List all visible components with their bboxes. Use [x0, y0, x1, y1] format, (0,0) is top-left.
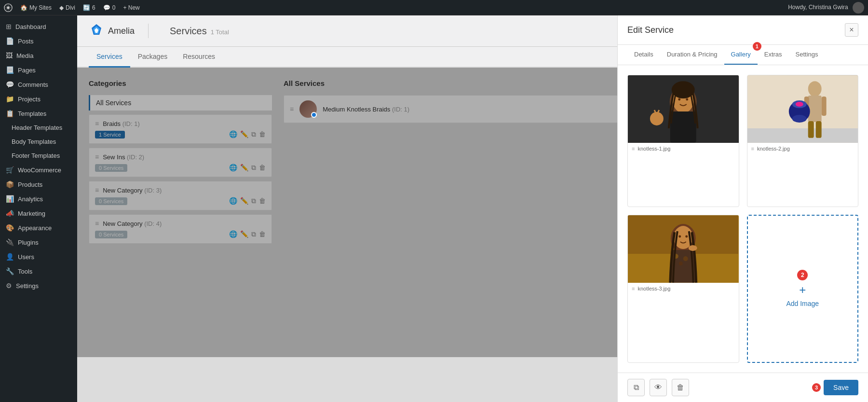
svg-rect-8 — [670, 111, 696, 143]
comments-menu[interactable]: 💬 0 — [103, 4, 116, 11]
gallery-item-label-3: ≡ knotless-3.jpg — [628, 283, 739, 294]
globe-icon[interactable]: 🌐 — [229, 164, 237, 172]
copy-icon[interactable]: ⧉ — [251, 130, 256, 139]
templates-icon: 📋 — [6, 110, 14, 117]
close-button[interactable]: × — [845, 23, 858, 37]
sidebar-item-products[interactable]: 📦 Products — [0, 177, 77, 192]
duplicate-button[interactable]: ⧉ — [627, 379, 645, 396]
add-image-slot[interactable]: 2 + Add Image — [747, 215, 859, 363]
logo-text: Amelia — [108, 26, 135, 36]
edit-icon[interactable]: ✏️ — [240, 197, 248, 205]
copy-icon[interactable]: ⧉ — [251, 230, 256, 238]
svg-point-1 — [7, 6, 9, 9]
category-name: New Category (ID: 3) — [103, 187, 266, 194]
drag-handle-icon[interactable]: ≡ — [95, 153, 99, 161]
drag-lines-icon[interactable]: ≡ — [632, 146, 635, 152]
copy-icon[interactable]: ⧉ — [251, 197, 256, 205]
gallery-image-2 — [747, 75, 858, 143]
delete-service-button[interactable]: 🗑 — [672, 379, 689, 396]
category-row: ≡ Sew Ins (ID: 2) 0 Services 🌐 ✏️ ⧉ 🗑 — [89, 148, 272, 177]
drag-handle-icon[interactable]: ≡ — [95, 186, 99, 194]
tab-packages[interactable]: Packages — [130, 47, 175, 68]
sidebar-item-woocommerce[interactable]: 🛒 WooCommerce — [0, 163, 77, 177]
category-actions: 🌐 ✏️ ⧉ 🗑 — [229, 197, 266, 205]
category-name: Braids (ID: 1) — [103, 120, 266, 127]
svg-point-37 — [689, 245, 697, 251]
sidebar-item-posts[interactable]: 📄 Posts — [0, 34, 77, 48]
category-badge: 0 Services — [95, 197, 127, 205]
delete-icon[interactable]: 🗑 — [259, 130, 266, 139]
category-row: ≡ Braids (ID: 1) 1 Service 🌐 ✏️ ⧉ 🗑 — [89, 114, 272, 144]
sidebar-item-header-templates[interactable]: Header Templates — [0, 121, 77, 135]
category-name: Sew Ins (ID: 2) — [103, 153, 266, 161]
svg-point-36 — [685, 235, 688, 237]
sidebar-item-plugins[interactable]: 🔌 Plugins — [0, 235, 77, 250]
divi-icon: ◆ — [59, 4, 64, 11]
sidebar-item-templates[interactable]: 📋 Templates — [0, 106, 77, 121]
tab-gallery[interactable]: Gallery 1 — [724, 45, 758, 65]
sidebar-item-projects[interactable]: 📁 Projects — [0, 92, 77, 106]
sidebar-item-footer-templates[interactable]: Footer Templates — [0, 149, 77, 163]
svg-point-26 — [795, 102, 803, 107]
delete-icon[interactable]: 🗑 — [259, 164, 266, 172]
sidebar-item-comments[interactable]: 💬 Comments — [0, 77, 77, 92]
updates-menu[interactable]: 🔄 6 — [83, 4, 95, 11]
all-services-item[interactable]: All Services — [89, 95, 272, 111]
save-button[interactable]: Save — [824, 380, 858, 395]
analytics-icon: 📊 — [6, 195, 14, 203]
globe-icon[interactable]: 🌐 — [229, 230, 237, 238]
plugins-icon: 🔌 — [6, 238, 14, 246]
main-content: Amelia Services 1 Total Services Package… — [77, 15, 868, 402]
globe-icon[interactable]: 🌐 — [229, 197, 237, 205]
sidebar-item-users[interactable]: 👤 Users — [0, 250, 77, 264]
delete-icon[interactable]: 🗑 — [259, 230, 266, 238]
tab-services[interactable]: Services — [89, 47, 130, 68]
service-name: Medium Knotless Braids (ID: 1) — [323, 106, 409, 113]
sidebar-item-media[interactable]: 🖼 Media — [0, 48, 77, 63]
edit-tabs: Details Duration & Pricing Gallery 1 Ext… — [618, 45, 868, 65]
hide-button[interactable]: 👁 — [650, 379, 667, 396]
gallery-image-1 — [628, 75, 739, 143]
svg-rect-22 — [815, 121, 821, 138]
sidebar-item-pages[interactable]: 📃 Pages — [0, 63, 77, 77]
categories-panel: Categories All Services ≡ Braids (ID: 1)… — [89, 79, 272, 346]
sidebar-item-dashboard[interactable]: ⊞ Dashboard — [0, 19, 77, 34]
edit-icon[interactable]: ✏️ — [240, 230, 248, 238]
projects-icon: 📁 — [6, 95, 14, 103]
drag-lines-icon[interactable]: ≡ — [751, 146, 754, 152]
trash-icon: 🗑 — [677, 383, 684, 392]
svg-point-17 — [808, 81, 821, 97]
category-row: ≡ New Category (ID: 3) 0 Services 🌐 ✏️ ⧉… — [89, 181, 272, 210]
eye-off-icon: 👁 — [654, 383, 662, 392]
sidebar-item-tools[interactable]: 🔧 Tools — [0, 264, 77, 278]
drag-lines-icon[interactable]: ≡ — [632, 286, 635, 291]
tab-resources[interactable]: Resources — [175, 47, 223, 68]
sidebar-item-settings[interactable]: ⚙ Settings — [0, 278, 77, 293]
sidebar-item-analytics[interactable]: 📊 Analytics — [0, 192, 77, 206]
tab-duration-pricing[interactable]: Duration & Pricing — [660, 45, 724, 65]
tab-extras[interactable]: Extras — [758, 45, 789, 65]
my-sites-menu[interactable]: 🏠 My Sites — [20, 4, 52, 11]
globe-icon[interactable]: 🌐 — [229, 130, 237, 139]
divi-menu[interactable]: ◆ Divi — [59, 4, 75, 11]
updates-icon: 🔄 — [83, 4, 90, 11]
edit-icon[interactable]: ✏️ — [240, 130, 248, 139]
svg-point-11 — [686, 98, 688, 101]
users-icon: 👤 — [6, 253, 14, 261]
category-row: ≡ New Category (ID: 4) 0 Services 🌐 ✏️ ⧉… — [89, 214, 272, 244]
service-drag-handle[interactable]: ≡ — [290, 105, 294, 113]
sidebar-item-marketing[interactable]: 📣 Marketing — [0, 206, 77, 221]
new-menu[interactable]: + New — [123, 4, 139, 11]
copy-icon[interactable]: ⧉ — [251, 164, 256, 172]
drag-handle-icon[interactable]: ≡ — [95, 220, 99, 227]
delete-icon[interactable]: 🗑 — [259, 197, 266, 205]
svg-rect-20 — [821, 97, 826, 116]
sidebar-item-body-templates[interactable]: Body Templates — [0, 135, 77, 149]
tab-settings[interactable]: Settings — [789, 45, 825, 65]
gallery-item-3: ≡ knotless-3.jpg — [627, 215, 739, 363]
wp-logo-icon[interactable] — [4, 3, 13, 12]
drag-handle-icon[interactable]: ≡ — [95, 120, 99, 127]
tab-details[interactable]: Details — [627, 45, 660, 65]
sidebar-item-appearance[interactable]: 🎨 Appearance — [0, 221, 77, 235]
edit-icon[interactable]: ✏️ — [240, 164, 248, 172]
